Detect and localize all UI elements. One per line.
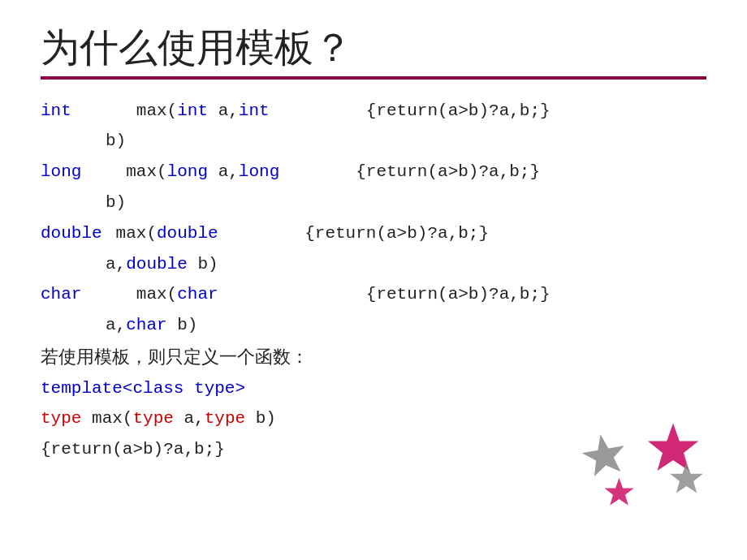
param-long-2: long (239, 162, 279, 181)
type-char: char (41, 279, 106, 310)
type-int: int (41, 96, 106, 127)
stars-decoration (568, 414, 715, 528)
body-char: {return(a>b)?a,b;} (284, 279, 551, 310)
title-section: 为什么使用模板？ (41, 24, 706, 80)
param-char-1: char (177, 285, 218, 304)
code-line-char: char max(char a,char b) {return(a>b)?a,b… (41, 279, 706, 341)
body-long: {return(a>b)?a,b;} (284, 157, 540, 187)
param-double-1: double (157, 224, 218, 243)
param-long-1: long (167, 162, 208, 181)
param-char-2: char (126, 316, 166, 334)
page-title: 为什么使用模板？ (41, 24, 706, 71)
template-declaration: template<class type> (41, 373, 706, 404)
svg-marker-0 (580, 431, 629, 478)
svg-marker-3 (605, 478, 634, 506)
class-keyword: class (132, 379, 184, 398)
func-type: max(type a,type b) (81, 403, 275, 434)
param-int-1: int (177, 101, 208, 120)
svg-marker-2 (670, 462, 703, 493)
func-double: max(double a,double b) (106, 218, 284, 280)
type-red: type (41, 403, 81, 434)
title-underline (41, 76, 706, 80)
param-double-2: double (126, 255, 188, 274)
body-int: {return(a>b)?a,b;} (284, 96, 551, 127)
type-double: double (41, 218, 106, 249)
code-line-double: double max(double a,double b) {return(a>… (41, 218, 706, 280)
type-keyword: type (194, 379, 235, 398)
svg-marker-1 (648, 424, 698, 472)
code-line-long: long max(long a,long b) {return(a>b)?a,b… (41, 157, 706, 218)
return-body: {return(a>b)?a,b;} (41, 434, 225, 465)
func-long: max(long a,long b) (106, 157, 284, 218)
slide: 为什么使用模板？ int max(int a,int b) {return(a>… (0, 0, 747, 560)
type-long: long (41, 157, 106, 187)
func-int: max(int a,int b) (106, 96, 284, 157)
param-int-2: int (239, 101, 270, 120)
middle-text: 若使用模板，则只定义一个函数： (41, 341, 706, 373)
func-char: max(char a,char b) (106, 279, 284, 341)
param-type-2: type (205, 409, 245, 428)
code-content: int max(int a,int b) {return(a>b)?a,b;} … (41, 96, 706, 465)
param-type-1: type (132, 409, 173, 428)
stars-svg (568, 414, 715, 528)
body-double: {return(a>b)?a,b;} (284, 218, 489, 249)
code-line-int: int max(int a,int b) {return(a>b)?a,b;} (41, 96, 706, 157)
